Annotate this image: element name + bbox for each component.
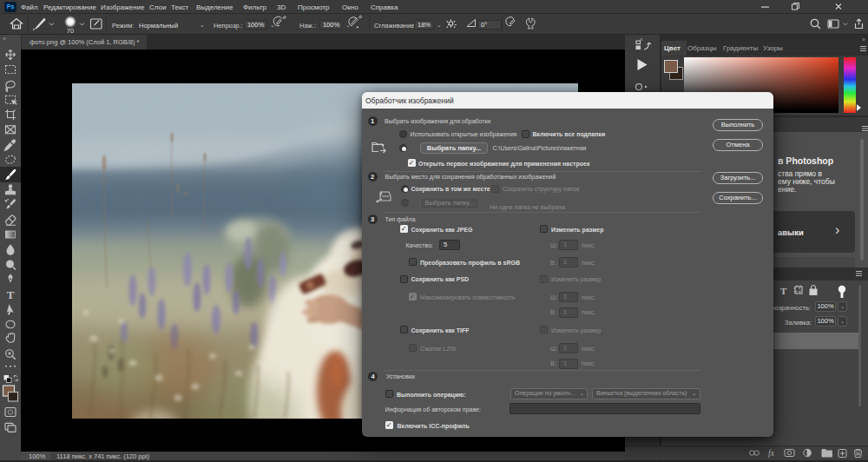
svg-text:fx: fx [768,449,775,458]
svg-text:T: T [7,288,15,301]
svg-text:»: » [3,36,6,42]
svg-text:70: 70 [67,27,74,35]
svg-text:T: T [780,286,787,296]
